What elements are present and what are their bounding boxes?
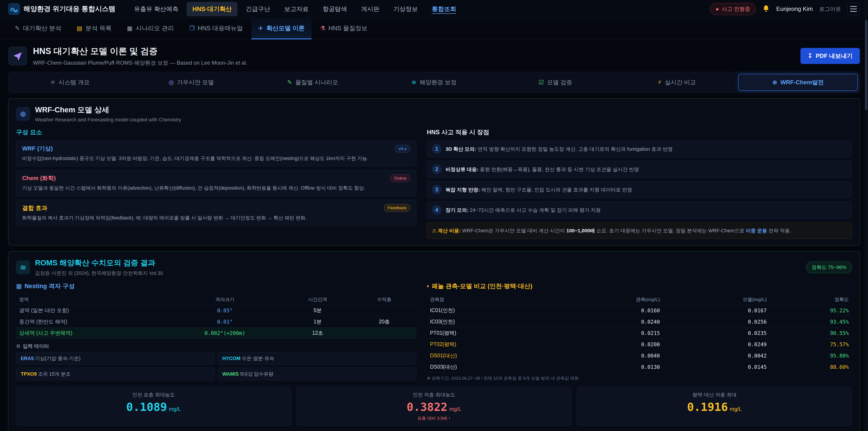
- version-badge: v4.x: [395, 145, 410, 153]
- nav-item-oil-spill[interactable]: 유출유 확산예측: [128, 2, 184, 16]
- subnav-label: 대기확산 분석: [23, 24, 61, 32]
- subnav-label: 확산모델 이론: [266, 24, 305, 32]
- obs-table-header: 관측점 관측(mg/L) 모델(mg/L) 정확도: [427, 294, 852, 305]
- paper-plane-icon: [8, 47, 27, 65]
- tab-gaussian-model[interactable]: ◎ 가우시안 모델: [131, 74, 251, 91]
- nav-item-integrated-search[interactable]: 통합조회: [426, 2, 462, 16]
- advantage-lead: 장기 모의:: [445, 207, 468, 213]
- scrollbar[interactable]: [864, 0, 868, 431]
- hamburger-menu-icon[interactable]: [847, 3, 860, 16]
- roms-titles: ROMS 해양확산 수치모의 검증 결과 김정윤·이문진 외 (2024), 한…: [35, 258, 163, 277]
- input-desc: 조위 15개 분조: [37, 371, 70, 377]
- nav-item-board[interactable]: 게시판: [355, 2, 385, 16]
- roms-validation-panel: ≋ ROMS 해양확산 수치모의 검증 결과 김정윤·이문진 외 (2024),…: [8, 251, 860, 431]
- incident-status-badge[interactable]: ● 사고 진행중: [710, 3, 756, 15]
- model-value: 0.0042: [660, 353, 767, 359]
- plane-icon: ✈: [258, 25, 263, 32]
- col-header: 격자크기: [170, 296, 280, 303]
- station-name: PT02(평택): [430, 341, 553, 348]
- grid-size: 0.002°(≈200m): [170, 330, 280, 336]
- advantage-lead: 비정상류 대응:: [445, 166, 478, 172]
- observed-value: 0.0040: [553, 353, 660, 359]
- col-header: 관측점: [430, 296, 553, 303]
- nav-item-reports[interactable]: 보고자료: [278, 2, 314, 16]
- number-badge: 1: [432, 144, 441, 154]
- advantage-item: 4 장기 모의: 24~72시간 예측으로 사고 수습 계획 및 장기 피해 평…: [427, 202, 852, 219]
- tab-label: 물질별 시나리오: [295, 79, 338, 86]
- stat-label: 평택·대산 저층 최대: [582, 392, 847, 398]
- tab-system-overview[interactable]: ⚛ 시스템 개요: [10, 74, 130, 91]
- pdf-export-label: PDF 내보내기: [816, 52, 852, 60]
- wrf-advantages-column: HNS 사고 적용 시 장점 1 3D 확산 모의: 연직 방향 확산까지 포함…: [427, 128, 852, 239]
- model-value: 0.0235: [660, 330, 767, 336]
- brand[interactable]: 해양환경 위기대응 통합시스템: [8, 3, 116, 15]
- col-header: 영역: [19, 296, 170, 303]
- nesting-heading: Nesting 격자 구성: [25, 282, 75, 290]
- subnav-item-analysis-list[interactable]: ▤ 분석 목록: [70, 18, 118, 39]
- pdf-export-button[interactable]: ↧ PDF 내보내기: [800, 48, 860, 64]
- gaussian-icon: ◎: [168, 79, 174, 86]
- stat-sub: 표층 대비 3.5배 ↑: [301, 415, 567, 421]
- subnav-label: HNS 대응매뉴얼: [198, 24, 243, 32]
- subnav-item-substance-info[interactable]: ⚗ HNS 물질정보: [313, 18, 374, 39]
- input-chip-tpxo9: TPXO9 조위 15개 분조: [16, 368, 215, 380]
- pencil-icon: ✎: [287, 79, 292, 86]
- nesting-table-header: 영역 격자크기 시간간격 수직층: [16, 294, 416, 305]
- tab-realtime-compare[interactable]: ⚡ 실시간 비교: [617, 74, 737, 91]
- sub-navbar: ✎ 대기확산 분석 ▤ 분석 목록 ▦ 시나리오 관리 ❒ HNS 대응매뉴얼 …: [0, 18, 868, 39]
- subnav-item-manual[interactable]: ❒ HNS 대응매뉴얼: [183, 18, 250, 39]
- domain-name: 광역 (일본·대만 포함): [19, 307, 170, 314]
- grid-icon: ▦: [16, 282, 22, 290]
- component-name: WRF (기상): [22, 145, 53, 153]
- component-card-chem: Chem (화학) Online 기상 모델과 동일한 시간 스텝에서 화학종의…: [16, 170, 416, 196]
- nav-item-air-search[interactable]: 항공탐색: [317, 2, 353, 16]
- input-chip-hycom: HYCOM 수온·염분·유속: [218, 352, 416, 365]
- accuracy-value: 95.22%: [767, 308, 849, 313]
- scrollbar-thumb[interactable]: [865, 20, 867, 110]
- wrf-chem-panel-header: ⊕ WRF-Chem 모델 상세 Weather Research and Fo…: [16, 105, 852, 123]
- domain-name: 상세역 (사고 주변해역): [19, 330, 170, 337]
- roms-title: ROMS 해양확산 수치모의 검증 결과: [35, 258, 163, 268]
- tab-label: 실시간 비교: [665, 79, 696, 86]
- nav-item-hns-dispersion[interactable]: HNS·대기확산: [186, 2, 238, 16]
- input-desc: 5대강 담수유량: [239, 371, 273, 377]
- observed-value: 0.0130: [553, 364, 660, 370]
- input-chip-era5: ERA5 기상(기압·풍속·기온): [16, 352, 215, 365]
- station-name: PT01(평택): [430, 330, 553, 337]
- number-badge: 2: [432, 164, 441, 174]
- section-tabbar: ⚛ 시스템 개요 ◎ 가우시안 모델 ✎ 물질별 시나리오 ≋ 해양환경 보정 …: [8, 72, 860, 93]
- advantage-text: 연직 방향 확산까지 포함한 정밀 농도장 계산. 고층 대기로의 확산과 fu…: [476, 146, 673, 152]
- tab-substance-scenario[interactable]: ✎ 물질별 시나리오: [253, 74, 373, 91]
- user-name[interactable]: Eunjeong Kim: [776, 5, 813, 12]
- nav-item-rescue[interactable]: 긴급구난: [240, 2, 276, 16]
- bell-icon[interactable]: [762, 5, 770, 13]
- subnav-item-model-theory[interactable]: ✈ 확산모델 이론: [251, 18, 311, 39]
- tab-label: 해양환경 보정: [420, 79, 456, 86]
- subnav-item-scenario[interactable]: ▦ 시나리오 관리: [120, 18, 181, 39]
- nav-item-weather[interactable]: 기상정보: [388, 2, 424, 16]
- stat-value: 0.1089: [126, 400, 167, 413]
- table-row: IC03(인천) 0.0240 0.0256 93.45%: [427, 316, 852, 328]
- table-row: 중간역 (한반도 해역) 0.01° 1분 20층: [16, 316, 416, 328]
- col-header: 정확도: [767, 296, 849, 303]
- accuracy-value: 93.45%: [767, 319, 849, 325]
- roms-subtitle: 김정윤·이문진 외 (2024), 한국해양환경·안전학회지 Vol.30: [35, 270, 163, 277]
- stat-card-incheon-surface: 인천 표층 최대농도 0.1089mg/L: [16, 387, 291, 426]
- flask-icon: ⚗: [320, 25, 325, 32]
- wrf-chem-panel: ⊕ WRF-Chem 모델 상세 Weather Research and Fo…: [8, 98, 860, 245]
- wave-icon: ≋: [411, 79, 416, 86]
- wrf-chem-title: WRF-Chem 모델 상세: [35, 105, 181, 115]
- tab-model-validation[interactable]: ☑ 모델 검증: [495, 74, 615, 91]
- obs-note: ※ 관측기간: 2023.06.27~28 / 전체 10개 관측점 중 6개 …: [427, 375, 852, 381]
- stat-label: 인천 표층 최대농도: [21, 392, 286, 398]
- input-tag: WAMIS: [222, 371, 239, 377]
- obs-heading: 페놀 관측-모델 비교 (인천·평택·대산): [432, 282, 532, 290]
- subnav-item-analysis[interactable]: ✎ 대기확산 분석: [8, 18, 68, 39]
- download-icon: ↧: [808, 53, 813, 59]
- tab-wrf-chem[interactable]: ⊕ WRF-Chem발전: [738, 74, 858, 91]
- input-tag: HYCOM: [222, 356, 241, 361]
- advantage-text: 풍향 전환(해풍↔육풍), 돌풍, 전선 통과 등 시변 기상 조건을 실시간 …: [478, 166, 639, 172]
- logout-button[interactable]: 로그아웃: [819, 5, 841, 13]
- tab-marine-correction[interactable]: ≋ 해양환경 보정: [374, 74, 494, 91]
- subnav-label: 분석 목록: [86, 24, 112, 32]
